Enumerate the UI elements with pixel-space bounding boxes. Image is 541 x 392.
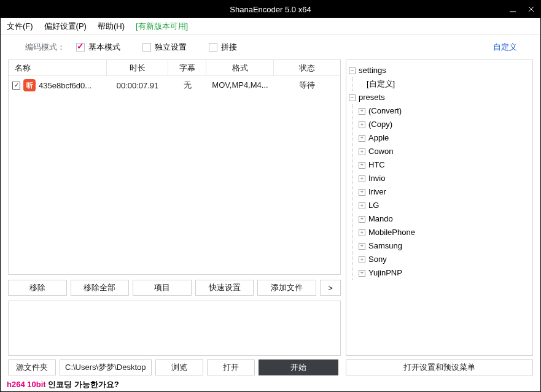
source-folder-button[interactable]: 源文件夹 bbox=[8, 359, 56, 375]
status-bold: h264 10bit bbox=[7, 380, 46, 389]
mode-basic[interactable]: 基本模式 bbox=[76, 42, 120, 53]
left-column: 名称 时长 字幕 格式 状态 ✓ 听 435e8bcf6d0... 00:00:… bbox=[8, 60, 341, 356]
tree-label: (Copy) bbox=[368, 118, 392, 131]
tree-node[interactable]: +Iriver bbox=[359, 185, 530, 199]
tree-node-custom[interactable]: [自定义] bbox=[359, 77, 530, 91]
file-duration: 00:00:07.91 bbox=[107, 80, 168, 91]
menu-help[interactable]: 帮助(H) bbox=[98, 21, 125, 32]
titlebar: ShanaEncoder 5.0 x64 bbox=[1, 1, 540, 18]
quick-settings-button[interactable]: 快速设置 bbox=[195, 280, 254, 296]
tree-label: HTC bbox=[368, 158, 385, 172]
collapse-icon[interactable]: − bbox=[349, 94, 356, 101]
mode-independent[interactable]: 独立设置 bbox=[142, 42, 187, 53]
tree-node[interactable]: +(Convert) bbox=[359, 104, 530, 118]
tree-node-presets[interactable]: − presets bbox=[349, 91, 530, 104]
expand-icon[interactable]: + bbox=[359, 202, 365, 209]
expand-icon[interactable]: + bbox=[359, 135, 365, 142]
tree-label: (Convert) bbox=[368, 104, 402, 118]
file-buttons: 移除 移除全部 项目 快速设置 添加文件 > bbox=[8, 280, 341, 296]
tree-label: YujinPNP bbox=[368, 266, 402, 280]
tree-label: Sony bbox=[368, 253, 387, 266]
tree-label: Cowon bbox=[368, 145, 393, 158]
preset-tree: − settings [自定义] − pr bbox=[346, 60, 533, 356]
file-format: MOV,MP4,M4... bbox=[206, 75, 274, 96]
start-button[interactable]: 开始 bbox=[259, 359, 338, 375]
bottom-bar: 源文件夹 C:\Users\梦梦\Desktop 浏览 打开 开始 打开设置和预… bbox=[1, 359, 540, 378]
mode-stitch[interactable]: 拼接 bbox=[209, 42, 237, 53]
expand-icon[interactable]: + bbox=[359, 256, 365, 263]
tree-label: MobilePhone bbox=[368, 226, 415, 239]
expand-icon[interactable]: + bbox=[359, 243, 365, 250]
tree-label: Samsung bbox=[368, 239, 402, 253]
status-bar: h264 10bit 인코딩 가능한가요? bbox=[1, 378, 540, 391]
tree-label: Mando bbox=[368, 212, 393, 226]
tree-node[interactable]: +Mando bbox=[359, 212, 530, 226]
col-name[interactable]: 名称 bbox=[9, 60, 107, 75]
expand-icon[interactable]: + bbox=[359, 175, 365, 182]
tree-label: Invio bbox=[368, 172, 385, 185]
table-row[interactable]: ✓ 听 435e8bcf6d0... 00:00:07.91 无 MOV,MP4… bbox=[9, 76, 340, 94]
menubar: 文件(F) 偏好设置(P) 帮助(H) [有新版本可用] bbox=[1, 18, 540, 35]
file-name: 435e8bcf6d0... bbox=[39, 81, 91, 90]
remove-button[interactable]: 移除 bbox=[8, 280, 67, 296]
bottom-left: 源文件夹 C:\Users\梦梦\Desktop 浏览 打开 开始 bbox=[8, 359, 341, 375]
window-controls bbox=[504, 1, 540, 18]
browse-button[interactable]: 浏览 bbox=[155, 359, 203, 375]
checkbox-icon bbox=[76, 43, 85, 52]
menu-file[interactable]: 文件(F) bbox=[7, 21, 33, 32]
close-button[interactable] bbox=[522, 1, 540, 18]
open-settings-button[interactable]: 打开设置和预设菜单 bbox=[346, 359, 533, 375]
expand-icon[interactable]: + bbox=[359, 216, 365, 223]
mode-basic-label: 基本模式 bbox=[88, 42, 120, 53]
custom-link[interactable]: 自定义 bbox=[493, 42, 517, 53]
tree-node[interactable]: +Cowon bbox=[359, 145, 530, 158]
tree-node[interactable]: +HTC bbox=[359, 158, 530, 172]
add-file-button[interactable]: 添加文件 bbox=[257, 280, 316, 296]
status-rest: 인코딩 가능한가요? bbox=[46, 380, 119, 389]
file-subtitle: 无 bbox=[168, 79, 206, 92]
tree-node[interactable]: +LG bbox=[359, 199, 530, 212]
main: 名称 时长 字幕 格式 状态 ✓ 听 435e8bcf6d0... 00:00:… bbox=[1, 60, 540, 359]
tree-node[interactable]: +Sony bbox=[359, 253, 530, 266]
log-pane bbox=[8, 301, 341, 356]
remove-all-button[interactable]: 移除全部 bbox=[71, 280, 130, 296]
tree-node[interactable]: +Invio bbox=[359, 172, 530, 185]
mode-label: 编码模式： bbox=[25, 42, 65, 53]
bottom-right: 打开设置和预设菜单 bbox=[346, 359, 533, 375]
expand-icon[interactable]: + bbox=[359, 229, 365, 236]
tree-label: LG bbox=[368, 199, 379, 212]
table-header: 名称 时长 字幕 格式 状态 bbox=[9, 60, 340, 76]
more-button[interactable]: > bbox=[320, 280, 341, 296]
expand-icon[interactable]: + bbox=[359, 270, 365, 277]
tree-node[interactable]: +Apple bbox=[359, 131, 530, 145]
tree-node-settings[interactable]: − settings bbox=[349, 64, 530, 77]
checkbox-icon bbox=[142, 43, 151, 52]
checkbox-icon bbox=[209, 43, 217, 52]
open-button[interactable]: 打开 bbox=[207, 359, 255, 375]
minimize-button[interactable] bbox=[504, 1, 522, 18]
update-notice[interactable]: [有新版本可用] bbox=[136, 21, 188, 32]
tree-label: settings bbox=[359, 64, 386, 77]
tree-label: [自定义] bbox=[367, 77, 395, 91]
expand-icon[interactable]: + bbox=[359, 148, 365, 155]
col-duration[interactable]: 时长 bbox=[107, 60, 168, 75]
expand-icon[interactable]: + bbox=[359, 108, 365, 115]
tree-node[interactable]: +Samsung bbox=[359, 239, 530, 253]
expand-icon[interactable]: + bbox=[359, 162, 365, 169]
path-field[interactable]: C:\Users\梦梦\Desktop bbox=[60, 359, 152, 375]
project-button[interactable]: 项目 bbox=[133, 280, 192, 296]
expand-icon[interactable]: + bbox=[359, 121, 365, 128]
col-subtitle[interactable]: 字幕 bbox=[168, 60, 206, 75]
row-checkbox[interactable]: ✓ bbox=[12, 82, 20, 90]
file-status: 等待 bbox=[274, 79, 340, 92]
tree-node[interactable]: +MobilePhone bbox=[359, 226, 530, 239]
tree-node[interactable]: +YujinPNP bbox=[359, 266, 530, 280]
mode-bar: 编码模式： 基本模式 独立设置 拼接 自定义 bbox=[1, 35, 540, 60]
expand-icon[interactable]: + bbox=[359, 189, 365, 196]
menu-preferences[interactable]: 偏好设置(P) bbox=[44, 21, 87, 32]
col-format[interactable]: 格式 bbox=[206, 60, 274, 75]
right-column: − settings [自定义] − pr bbox=[346, 60, 533, 356]
tree-node[interactable]: +(Copy) bbox=[359, 118, 530, 131]
col-status[interactable]: 状态 bbox=[274, 60, 340, 75]
collapse-icon[interactable]: − bbox=[349, 67, 356, 74]
